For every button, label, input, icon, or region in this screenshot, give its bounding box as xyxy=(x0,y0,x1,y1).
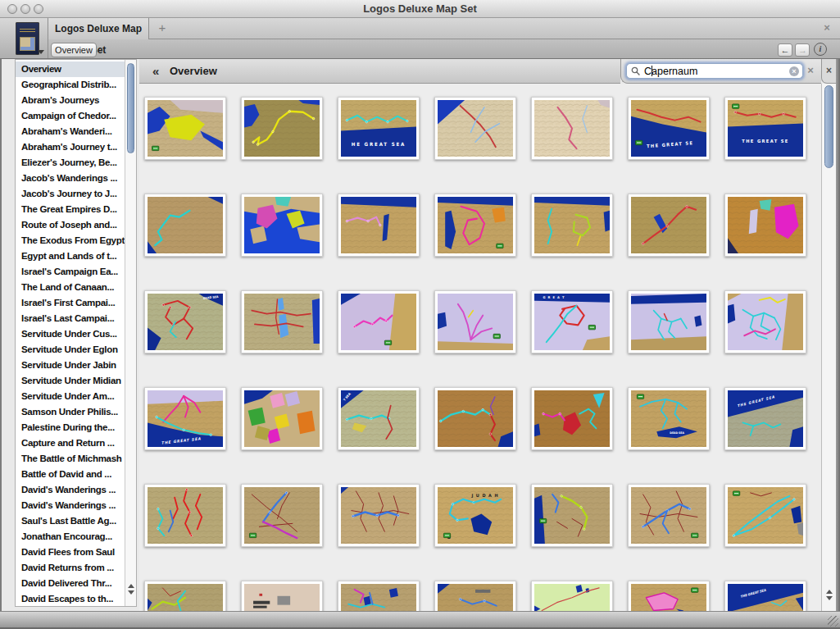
map-thumbnail[interactable]: G R E A T xyxy=(531,290,613,353)
content-scrollbar-thumb[interactable] xyxy=(824,85,833,168)
sidebar-item[interactable]: Samson Under Philis... xyxy=(16,404,125,420)
map-thumbnail[interactable] xyxy=(531,387,613,450)
map-thumbnail[interactable]: DEAD SEA xyxy=(144,290,226,353)
close-panel-icon[interactable]: × xyxy=(821,59,836,84)
map-thumbnail[interactable] xyxy=(338,290,420,353)
map-thumbnail[interactable] xyxy=(724,290,806,353)
map-thumbnail[interactable]: THE GREAT SE xyxy=(724,97,806,160)
sidebar-item[interactable]: Palestine During the... xyxy=(16,420,125,435)
map-thumbnail[interactable] xyxy=(434,97,516,160)
map-thumbnail[interactable] xyxy=(724,484,806,547)
sidebar-item[interactable]: Israel's First Campai... xyxy=(16,295,125,311)
map-thumbnail[interactable] xyxy=(241,484,323,547)
map-thumbnail[interactable] xyxy=(241,387,323,450)
collapse-chevrons-icon[interactable]: « xyxy=(152,59,159,83)
map-thumbnail[interactable]: THE GREAT SEA xyxy=(724,581,806,611)
map-thumbnail[interactable] xyxy=(241,290,323,353)
map-thumbnail[interactable] xyxy=(434,290,516,353)
map-thumbnail[interactable] xyxy=(724,194,806,257)
map-thumbnail[interactable] xyxy=(241,97,323,160)
map-thumbnail[interactable] xyxy=(434,581,516,611)
tabbar-close-icon[interactable]: × xyxy=(820,21,833,34)
sidebar-item[interactable]: David Returns from ... xyxy=(16,560,125,576)
info-button[interactable]: i xyxy=(814,43,827,56)
sidebar-item[interactable]: David's Wanderings ... xyxy=(16,482,125,498)
sidebar-item[interactable]: Jacob's Journey to J... xyxy=(16,186,125,202)
sidebar-item[interactable]: Abraham's Wanderi... xyxy=(16,124,125,139)
map-thumbnail[interactable] xyxy=(144,484,226,547)
map-thumbnail[interactable] xyxy=(144,581,226,611)
sidebar-item[interactable]: The Great Empires D... xyxy=(16,202,125,217)
sidebar-item[interactable]: Overview xyxy=(16,62,125,77)
map-thumbnail[interactable] xyxy=(628,581,710,611)
sidebar-item[interactable]: Campaign of Chedor... xyxy=(16,108,125,124)
content-scroll-down-icon[interactable] xyxy=(826,596,833,604)
map-thumbnail[interactable] xyxy=(531,484,613,547)
sidebar-scrollbar-thumb[interactable] xyxy=(127,63,134,153)
map-thumbnail[interactable] xyxy=(144,97,226,160)
sidebar-item[interactable]: Servitude Under Cus... xyxy=(16,326,125,342)
new-tab-button[interactable]: + xyxy=(155,21,170,35)
sidebar-item[interactable]: David Escapes to th... xyxy=(16,591,125,606)
sidebar-item[interactable]: Servitude Under Am... xyxy=(16,389,125,404)
sidebar-item[interactable]: Jonathan Encourag... xyxy=(16,529,125,545)
sidebar-map-list[interactable]: OverviewGeographical Distrib...Abram's J… xyxy=(16,62,125,606)
sidebar-item[interactable]: Abram's Journeys xyxy=(16,93,125,108)
content-scroll-up-icon[interactable] xyxy=(826,586,833,594)
map-thumbnail[interactable]: DEAD SEA xyxy=(628,387,710,450)
book-menu-caret-icon[interactable] xyxy=(38,50,44,57)
map-thumbnail[interactable] xyxy=(628,484,710,547)
map-thumbnail[interactable] xyxy=(434,387,516,450)
map-thumbnail[interactable]: J U D A HB xyxy=(434,484,516,547)
sidebar-item[interactable]: Eliezer's Journey, Be... xyxy=(16,155,125,171)
sidebar-item[interactable]: David's Wanderings ... xyxy=(16,498,125,513)
sidebar-scrollbar[interactable] xyxy=(125,60,136,606)
sidebar-item[interactable]: Israel's Campaign Ea... xyxy=(16,264,125,280)
sidebar-item[interactable]: The Land of Canaan... xyxy=(16,280,125,295)
map-thumbnail[interactable] xyxy=(241,581,323,611)
sidebar-item[interactable]: Battle of David and ... xyxy=(16,467,125,482)
map-thumbnail[interactable] xyxy=(338,194,420,257)
book-cover-icon[interactable] xyxy=(16,22,39,55)
map-thumbnail[interactable] xyxy=(338,581,420,611)
map-thumbnail[interactable]: T SEA xyxy=(338,387,420,450)
map-thumbnail[interactable]: THE GREAT SE xyxy=(628,97,710,160)
sidebar-item[interactable]: Israel's Last Campai... xyxy=(16,311,125,326)
forward-button[interactable]: → xyxy=(795,43,810,57)
map-thumbnail[interactable]: THE GREAT SEA xyxy=(144,387,226,450)
sidebar-item[interactable]: Servitude Under Midian xyxy=(16,373,125,389)
sidebar-item[interactable]: David Flees from Saul xyxy=(16,545,125,560)
map-thumbnail[interactable] xyxy=(241,194,323,257)
sidebar-item[interactable]: Servitude Under Jabin xyxy=(16,358,125,373)
close-find-bar-icon[interactable]: × xyxy=(805,65,816,76)
sidebar-scroll-down-icon[interactable] xyxy=(128,590,134,598)
clear-search-icon[interactable]: × xyxy=(789,66,799,76)
resize-grip[interactable] xyxy=(828,616,838,627)
map-thumbnail[interactable] xyxy=(531,97,613,160)
map-thumbnail[interactable] xyxy=(531,194,613,257)
sidebar-item[interactable]: Geographical Distrib... xyxy=(16,77,125,93)
overview-breadcrumb-button[interactable]: Overview xyxy=(51,43,97,57)
search-input[interactable]: Capernaum × xyxy=(626,63,803,79)
sidebar-item[interactable]: The Battle of Michmash xyxy=(16,451,125,467)
sidebar-item[interactable]: Saul's Last Battle Ag... xyxy=(16,513,125,529)
sidebar-item[interactable]: David Delivered Thr... xyxy=(16,576,125,591)
content-scrollbar[interactable] xyxy=(821,84,836,611)
map-thumbnail[interactable] xyxy=(628,194,710,257)
map-thumbnail[interactable] xyxy=(338,484,420,547)
sidebar-item[interactable]: Jacob's Wanderings ... xyxy=(16,171,125,186)
map-thumbnail[interactable]: HE GREAT SEA xyxy=(338,97,420,160)
sidebar-item[interactable]: Route of Joseph and... xyxy=(16,217,125,233)
map-thumbnail[interactable] xyxy=(628,290,710,353)
sidebar-item[interactable]: Egypt and Lands of t... xyxy=(16,248,125,264)
tab-logos-deluxe-map-set[interactable]: Logos Deluxe Map Set xyxy=(48,18,149,39)
sidebar-item[interactable]: The Exodus From Egypt xyxy=(16,233,125,248)
sidebar-scroll-up-icon[interactable] xyxy=(128,581,134,588)
map-thumbnail[interactable]: THE GREAT SEA xyxy=(724,387,806,450)
map-thumbnail[interactable] xyxy=(434,194,516,257)
sidebar-item[interactable]: Abraham's Journey t... xyxy=(16,139,125,155)
map-thumbnail[interactable] xyxy=(531,581,613,611)
map-thumbnail[interactable] xyxy=(144,194,226,257)
sidebar-item[interactable]: Capture and Return ... xyxy=(16,435,125,451)
back-button[interactable]: ← xyxy=(778,43,792,57)
